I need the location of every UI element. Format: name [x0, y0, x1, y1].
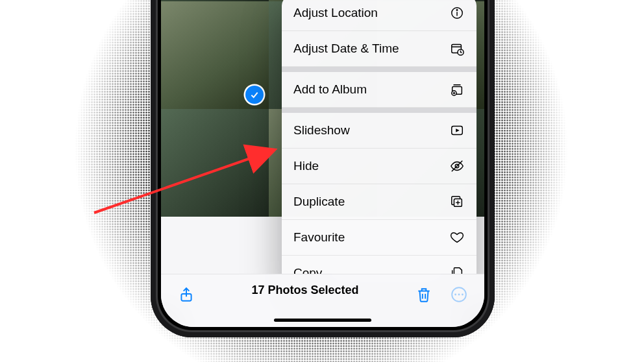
phone-frame: Adjust Location Adjust Date & Time Add t… [151, 0, 495, 337]
menu-item-label: Add to Album [293, 82, 367, 97]
photo-thumbnail[interactable] [161, 109, 269, 217]
menu-item-adjust-location[interactable]: Adjust Location [282, 0, 477, 31]
share-button[interactable] [175, 284, 197, 306]
menu-item-adjust-date[interactable]: Adjust Date & Time [282, 31, 477, 67]
menu-item-label: Slideshow [293, 123, 350, 138]
bottom-toolbar: 17 Photos Selected [161, 274, 484, 327]
selection-count-label: 17 Photos Selected [251, 284, 358, 297]
svg-marker-9 [456, 128, 460, 132]
album-add-icon [449, 82, 465, 97]
svg-point-17 [454, 294, 456, 296]
calendar-clock-icon [449, 41, 465, 56]
svg-point-2 [456, 10, 457, 10]
photo-thumbnail[interactable] [161, 1, 269, 109]
menu-item-favourite[interactable]: Favourite [282, 220, 477, 256]
menu-item-slideshow[interactable]: Slideshow [282, 113, 477, 149]
menu-item-label: Duplicate [293, 195, 345, 209]
info-icon [449, 5, 465, 21]
menu-item-hide[interactable]: Hide [282, 149, 477, 184]
phone-screen: Adjust Location Adjust Date & Time Add t… [161, 0, 484, 327]
action-menu: Adjust Location Adjust Date & Time Add t… [282, 0, 477, 291]
svg-point-19 [462, 294, 464, 296]
menu-item-label: Favourite [293, 230, 345, 245]
home-indicator[interactable] [274, 319, 371, 322]
heart-icon [449, 230, 465, 245]
play-rect-icon [449, 123, 465, 138]
menu-separator [282, 108, 477, 113]
selection-check-icon [245, 86, 264, 104]
canvas: Adjust Location Adjust Date & Time Add t… [0, 0, 644, 362]
menu-item-label: Hide [293, 159, 319, 173]
delete-button[interactable] [413, 284, 435, 306]
menu-item-label: Adjust Date & Time [293, 42, 399, 56]
menu-item-add-to-album[interactable]: Add to Album [282, 72, 477, 108]
duplicate-icon [449, 194, 465, 210]
menu-separator [282, 67, 477, 72]
svg-point-18 [458, 294, 460, 296]
more-button[interactable] [448, 284, 470, 306]
eye-slash-icon [449, 158, 465, 174]
menu-item-label: Adjust Location [293, 6, 378, 20]
menu-item-duplicate[interactable]: Duplicate [282, 184, 477, 220]
